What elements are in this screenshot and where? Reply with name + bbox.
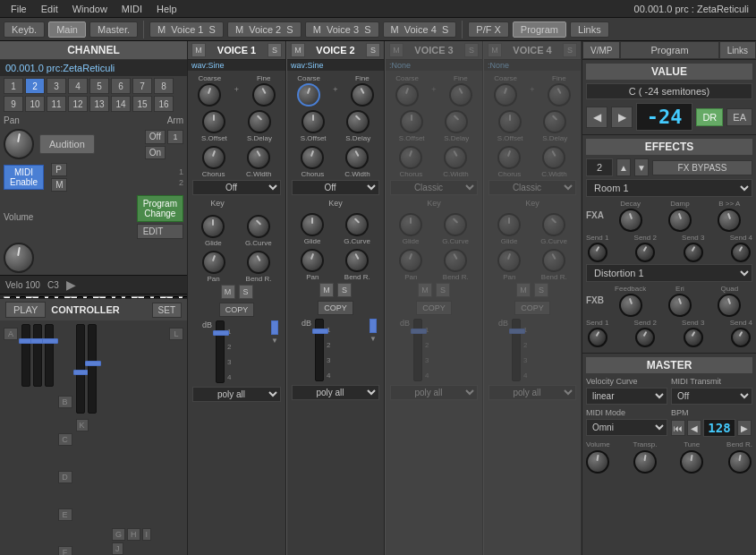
fxa-send2-knob[interactable] — [635, 243, 655, 262]
voice3-fine-knob[interactable] — [449, 83, 472, 107]
voice2-glide-knob[interactable] — [301, 213, 324, 236]
voice1-cwidth-knob[interactable] — [247, 146, 270, 169]
voice1-down-arrow-icon[interactable]: ▼ — [271, 337, 278, 345]
voice4-sdelay-knob[interactable] — [543, 110, 566, 133]
damp-knob[interactable] — [668, 209, 692, 232]
value-next-button[interactable]: ▶ — [611, 107, 633, 128]
fx-up-icon[interactable]: ▲ — [616, 158, 631, 176]
voice2-soffset-knob[interactable] — [302, 110, 325, 133]
voice1-off-dropdown[interactable]: Off — [192, 180, 280, 195]
program-button[interactable]: Program — [513, 21, 566, 38]
velocity-curve-dropdown[interactable]: linear — [586, 388, 667, 405]
voice1-s2-button[interactable]: S — [239, 285, 253, 299]
black-piano-key[interactable] — [106, 296, 112, 298]
ctrl-label-i[interactable]: I — [142, 528, 152, 541]
voice4-chorus-knob[interactable] — [497, 146, 521, 169]
ch-12[interactable]: 12 — [68, 96, 88, 112]
menu-edit[interactable]: Edit — [34, 4, 65, 14]
ch-2[interactable]: 2 — [25, 78, 45, 94]
ctrl-label-b[interactable]: B — [58, 396, 72, 408]
voice3-coarse-knob[interactable] — [395, 83, 419, 107]
bpm-rewind-button[interactable]: ⏮ — [671, 420, 685, 436]
ea-button[interactable]: EA — [726, 108, 752, 126]
ch-16[interactable]: 16 — [154, 96, 174, 112]
links-tab-button[interactable]: Links — [719, 41, 756, 59]
fx-bypass-button[interactable]: FX BYPASS — [652, 160, 752, 175]
play-button[interactable]: PLAY — [5, 302, 46, 318]
voice3-classic-dropdown[interactable]: Classic — [390, 180, 477, 195]
voice2-copy-button[interactable]: COPY — [318, 301, 353, 315]
fxa-send4-knob[interactable] — [731, 243, 751, 262]
ctrl-label-e[interactable]: E — [58, 508, 72, 521]
ch-7[interactable]: 7 — [132, 78, 152, 94]
edit-button[interactable]: EDIT — [137, 224, 183, 239]
main-button[interactable]: Main — [48, 21, 86, 38]
fader-ctrl-2[interactable] — [33, 324, 42, 387]
black-piano-key[interactable] — [125, 296, 132, 298]
voice2-sdelay-knob[interactable] — [346, 110, 370, 133]
voice1-fine-knob[interactable] — [252, 83, 276, 107]
voice3-sdelay-knob[interactable] — [445, 110, 468, 133]
ctrl-label-k[interactable]: K — [76, 419, 89, 431]
voice3-gcurve-knob[interactable] — [444, 213, 467, 236]
voice2-m-button[interactable]: M — [291, 43, 305, 57]
set-button[interactable]: SET — [152, 303, 182, 318]
voice4-s-button[interactable]: S — [563, 43, 577, 57]
black-piano-key[interactable] — [173, 296, 179, 298]
dr-button[interactable]: DR — [696, 108, 723, 126]
voice2-fine-knob[interactable] — [351, 83, 374, 107]
ch-10[interactable]: 10 — [25, 96, 45, 112]
voice2-pan-knob[interactable] — [301, 249, 324, 272]
black-piano-key[interactable] — [48, 296, 55, 298]
voice3-poly-dropdown[interactable]: poly all — [390, 385, 477, 400]
black-piano-key[interactable] — [10, 296, 16, 298]
voice1-m2-button[interactable]: M — [221, 285, 235, 299]
keyb-button[interactable]: Keyb. — [4, 21, 45, 38]
arm-off-button[interactable]: Off — [145, 130, 166, 144]
voice1-poly-dropdown[interactable]: poly all — [192, 387, 280, 402]
voice3-pan-knob[interactable] — [399, 249, 422, 272]
ch-1[interactable]: 1 — [4, 78, 23, 94]
fxb-send3-knob[interactable] — [684, 328, 703, 347]
voice1-bendr-knob[interactable] — [247, 251, 270, 274]
voice2-coarse-knob[interactable] — [297, 83, 320, 107]
ch-5[interactable]: 5 — [89, 78, 109, 94]
voice1-copy-button[interactable]: COPY — [219, 303, 255, 317]
ch-8[interactable]: 8 — [154, 78, 174, 94]
voice2-main-fader[interactable] — [315, 319, 324, 381]
ch-11[interactable]: 11 — [47, 96, 66, 112]
fader-ctrl-1[interactable] — [21, 324, 30, 387]
arrow-right-icon[interactable]: ▶ — [66, 278, 76, 292]
midi-transmit-dropdown[interactable]: Off — [671, 388, 752, 405]
ctrl-label-j[interactable]: J — [112, 542, 123, 555]
voice2-poly-dropdown[interactable]: poly all — [292, 385, 378, 400]
menu-midi[interactable]: MIDI — [115, 4, 149, 14]
fxb-send4-knob[interactable] — [731, 328, 751, 347]
midi-mode-dropdown[interactable]: Omni — [586, 419, 667, 436]
voice4-copy-button[interactable]: COPY — [514, 301, 550, 315]
ch-14[interactable]: 14 — [111, 96, 131, 112]
voice2-bendr-knob[interactable] — [345, 249, 369, 272]
fx-room-dropdown[interactable]: Room 1 — [586, 179, 752, 197]
ch-3[interactable]: 3 — [47, 78, 66, 94]
ctrl-label-c[interactable]: C — [58, 433, 72, 446]
bpm-prev-button[interactable]: ◀ — [687, 420, 701, 436]
voice4-tab[interactable]: M Voice 4 S — [383, 21, 457, 38]
ctrl-label-h[interactable]: H — [127, 528, 140, 541]
voice1-mini-fader1[interactable] — [271, 320, 278, 335]
decay-knob[interactable] — [619, 209, 642, 232]
black-piano-key[interactable] — [183, 296, 187, 298]
ctrl-label-a[interactable]: A — [4, 328, 18, 340]
voice4-soffset-knob[interactable] — [498, 110, 522, 133]
voice4-pan-knob[interactable] — [497, 249, 521, 272]
vmp-button[interactable]: V/MP — [582, 41, 620, 59]
voice1-main-fader[interactable] — [216, 320, 225, 383]
master-button[interactable]: Master. — [89, 21, 138, 38]
ctrl-label-d[interactable]: D — [58, 471, 72, 483]
quad-knob[interactable] — [718, 294, 741, 317]
voice3-copy-button[interactable]: COPY — [416, 301, 452, 315]
p-button[interactable]: P — [51, 163, 67, 176]
fader-ctrl-5[interactable] — [88, 324, 97, 414]
voice1-glide-knob[interactable] — [201, 215, 225, 238]
menu-help[interactable]: Help — [149, 4, 184, 14]
